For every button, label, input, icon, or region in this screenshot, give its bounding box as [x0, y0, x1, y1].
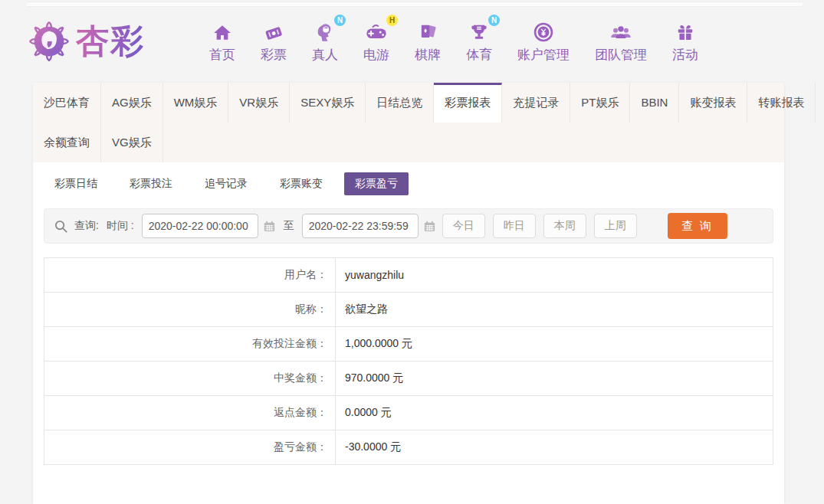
tab-balance-query[interactable]: 余额查询: [33, 123, 101, 162]
table-row: 用户名： yuwangzhilu: [44, 258, 773, 293]
lottery-subtabs: 彩票日结 彩票投注 追号记录 彩票账变 彩票盈亏: [44, 172, 773, 195]
date-from-input[interactable]: [142, 214, 258, 238]
yesterday-button[interactable]: 昨日: [493, 214, 536, 238]
nav-item-boardgames[interactable]: 棋牌: [415, 18, 441, 64]
calendar-icon[interactable]: [423, 220, 436, 233]
row-value-valid-bet-amount: 1,000.0000 元: [336, 327, 773, 362]
tab-account-change[interactable]: 账变报表: [679, 83, 747, 123]
tab-sexy[interactable]: SEXY娱乐: [290, 83, 366, 123]
to-separator: 至: [284, 219, 294, 233]
row-value-winning-amount: 970.0000 元: [336, 362, 773, 396]
site-logo[interactable]: 杏彩: [25, 18, 188, 65]
cards-icon: [417, 18, 438, 43]
nav-item-label: 首页: [209, 46, 235, 64]
query-submit-button[interactable]: 查 询: [668, 213, 727, 239]
search-icon: [54, 219, 68, 234]
row-label-rebate-amount: 返点金额：: [44, 396, 336, 430]
row-label-profit-loss-amount: 盈亏金额：: [44, 430, 336, 465]
table-row: 昵称： 欲望之路: [44, 293, 773, 327]
tab-vr[interactable]: VR娱乐: [228, 83, 290, 123]
time-label: 时间 :: [107, 219, 134, 233]
profit-loss-table: 用户名： yuwangzhilu 昵称： 欲望之路 有效投注金额： 1,000.…: [44, 257, 773, 465]
tab-row-2: 余额查询 VG娱乐: [33, 123, 784, 162]
nav-item-home[interactable]: 首页: [209, 18, 235, 64]
coin-yuan-icon: [533, 18, 554, 43]
tab-bbin[interactable]: BBIN: [630, 83, 679, 123]
tab-pt[interactable]: PT娱乐: [570, 83, 630, 123]
row-value-rebate-amount: 0.0000 元: [336, 396, 773, 430]
nav-item-label: 活动: [672, 46, 698, 64]
tab-lottery-report[interactable]: 彩票报表: [434, 83, 502, 123]
nav-item-label: 电游: [363, 46, 389, 64]
ticket-icon: [263, 18, 284, 43]
nav-item-label: 体育: [466, 46, 492, 64]
new-badge: N: [334, 15, 346, 26]
tab-row-1: 沙巴体育 AG娱乐 WM娱乐 VR娱乐 SEXY娱乐 日结总览 彩票报表 充提记…: [33, 83, 784, 123]
subtab-lottery-account-change[interactable]: 彩票账变: [269, 172, 333, 195]
nav-item-label: 棋牌: [415, 46, 441, 64]
nav-item-lottery[interactable]: 彩票: [261, 18, 287, 64]
nav-item-label: 账户管理: [517, 46, 570, 64]
hot-badge: H: [386, 15, 398, 26]
logo-flower-icon: [25, 18, 73, 65]
tab-ag[interactable]: AG娱乐: [101, 83, 163, 123]
table-row: 盈亏金额： -30.0000 元: [44, 430, 773, 465]
subtab-chase-records[interactable]: 追号记录: [194, 172, 258, 195]
tab-content: 彩票日结 彩票投注 追号记录 彩票账变 彩票盈亏 查询: 时间 : 至 今日 昨…: [33, 162, 784, 465]
nav-item-sports[interactable]: N 体育: [466, 18, 492, 64]
tab-vg[interactable]: VG娱乐: [101, 123, 163, 162]
nav-item-promotions[interactable]: 活动: [672, 18, 698, 64]
main-panel: 沙巴体育 AG娱乐 WM娱乐 VR娱乐 SEXY娱乐 日结总览 彩票报表 充提记…: [33, 83, 784, 504]
collapsed-top-bar: [27, 2, 803, 7]
nav-item-live[interactable]: N 真人: [312, 18, 338, 64]
trophy-icon: N: [468, 18, 490, 43]
query-bar: 查询: 时间 : 至 今日 昨日 本周 上周 查 询: [44, 208, 773, 244]
table-row: 返点金额： 0.0000 元: [44, 396, 773, 430]
site-header: 杏彩 首页 彩票 N 真人 H 电游: [0, 0, 824, 74]
query-label: 查询:: [74, 219, 99, 233]
tab-daily-summary[interactable]: 日结总览: [366, 83, 434, 123]
row-value-nickname: 欲望之路: [336, 293, 773, 327]
nav-item-label: 真人: [312, 46, 338, 64]
subtab-lottery-profit-loss[interactable]: 彩票盈亏: [344, 172, 409, 195]
subtab-lottery-bets[interactable]: 彩票投注: [119, 172, 183, 195]
nav-item-label: 团队管理: [595, 46, 647, 64]
nav-item-egames[interactable]: H 电游: [363, 18, 389, 64]
gamepad-icon: H: [365, 18, 388, 43]
this-week-button[interactable]: 本周: [543, 214, 586, 238]
home-icon: [212, 18, 232, 43]
brand-name: 杏彩: [76, 19, 145, 64]
nav-item-label: 彩票: [261, 46, 287, 64]
main-nav: 首页 彩票 N 真人 H 电游 棋牌: [209, 18, 724, 64]
tab-shaba-sports[interactable]: 沙巴体育: [33, 83, 101, 123]
tab-transfer-report[interactable]: 转账报表: [747, 83, 816, 123]
row-value-username: yuwangzhilu: [336, 258, 773, 293]
tab-deposit-withdraw[interactable]: 充提记录: [502, 83, 570, 123]
table-row: 中奖金额： 970.0000 元: [44, 362, 773, 396]
row-label-nickname: 昵称：: [44, 293, 336, 327]
row-label-winning-amount: 中奖金额：: [44, 362, 336, 396]
nav-item-team[interactable]: 团队管理: [595, 18, 647, 64]
gift-icon: [675, 18, 695, 43]
live-person-icon: N: [314, 18, 336, 43]
team-icon: [609, 18, 632, 43]
today-button[interactable]: 今日: [442, 214, 485, 238]
report-tab-bar: 沙巴体育 AG娱乐 WM娱乐 VR娱乐 SEXY娱乐 日结总览 彩票报表 充提记…: [33, 83, 784, 162]
date-to-input[interactable]: [302, 214, 419, 238]
row-value-profit-loss-amount: -30.0000 元: [336, 430, 773, 465]
new-badge: N: [488, 15, 500, 26]
row-label-valid-bet-amount: 有效投注金额：: [44, 327, 336, 362]
calendar-icon[interactable]: [263, 220, 276, 233]
subtab-lottery-daily[interactable]: 彩票日结: [44, 172, 108, 195]
last-week-button[interactable]: 上周: [594, 214, 637, 238]
row-label-username: 用户名：: [44, 258, 336, 293]
tab-wm[interactable]: WM娱乐: [163, 83, 229, 123]
table-row: 有效投注金额： 1,000.0000 元: [44, 327, 773, 362]
nav-item-account[interactable]: 账户管理: [517, 18, 570, 64]
